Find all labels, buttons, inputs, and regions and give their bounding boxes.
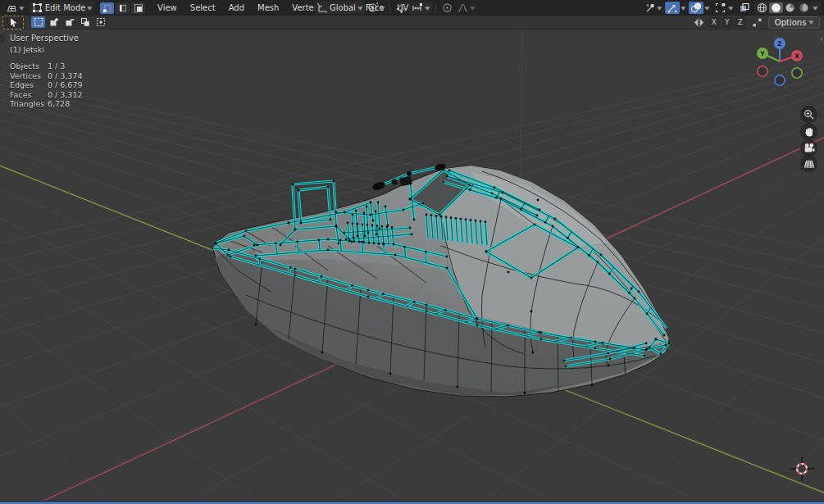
svg-text:X: X <box>794 52 799 60</box>
screwdriver-icon <box>644 2 655 13</box>
editor-type-button[interactable]: ▼ <box>3 2 26 14</box>
proportional-falloff-dropdown[interactable]: ▼ <box>455 2 477 14</box>
proportional-editing-icon <box>442 2 453 13</box>
material-sphere-icon <box>785 2 795 13</box>
pivot-point-dropdown[interactable]: ▼ <box>365 2 387 14</box>
edge-select-icon <box>118 3 128 13</box>
orientation-label: Global <box>330 3 356 12</box>
overlays-icon <box>690 2 702 13</box>
select-new-icon <box>34 17 43 27</box>
xray-toggle[interactable] <box>737 2 751 14</box>
menu-select[interactable]: Select <box>184 3 222 12</box>
zoom-button[interactable] <box>800 106 817 123</box>
show-overlays-toggle[interactable] <box>689 2 703 14</box>
chevron-down-icon[interactable]: ▼ <box>728 6 733 11</box>
transform-orientation-dropdown[interactable]: Global ▼ <box>314 2 365 14</box>
edit-mode-icon <box>32 2 43 13</box>
select-subtract-button[interactable] <box>62 16 76 28</box>
menu-mesh[interactable]: Mesh <box>251 3 285 12</box>
svg-text:Y: Y <box>759 50 765 57</box>
chevron-down-icon: ▼ <box>809 20 814 25</box>
viewport-info-overlay: User Perspective (1) Jetski Objects 1 / … <box>10 33 82 109</box>
toggle-projection-button[interactable] <box>800 155 817 172</box>
select-mode-options <box>30 16 108 28</box>
menu-view[interactable]: View <box>151 3 184 12</box>
camera-view-button[interactable] <box>800 139 817 157</box>
rendered-sphere-icon <box>799 2 809 13</box>
vertex-select-button[interactable] <box>100 2 114 14</box>
mirror-z-toggle[interactable]: Z <box>735 17 746 28</box>
proportional-editing-toggle[interactable] <box>439 2 455 14</box>
chevron-down-icon[interactable]: ▼ <box>704 6 709 11</box>
viewport-options-dropdown[interactable] <box>713 2 727 14</box>
toolbar-tab[interactable] <box>0 34 5 43</box>
viewport-scene <box>0 30 824 502</box>
mode-dropdown-label: Edit Mode <box>45 3 86 12</box>
navigation-gizmo[interactable]: ZXY <box>755 36 806 87</box>
3d-viewport[interactable]: User Perspective (1) Jetski Objects 1 / … <box>0 30 824 502</box>
blender-window: ▼ Edit Mode ▼ <box>0 0 824 504</box>
hand-icon <box>804 126 814 137</box>
pivot-point-icon <box>367 2 378 13</box>
perspective-grid-icon <box>804 158 815 169</box>
cursor-tool-icon <box>9 17 18 27</box>
face-select-icon <box>134 3 143 13</box>
mode-dropdown[interactable]: Edit Mode ▼ <box>30 2 94 14</box>
snap-toggle[interactable] <box>394 2 409 14</box>
shading-solid-button[interactable] <box>769 2 783 13</box>
pan-button[interactable] <box>800 123 817 140</box>
tool-settings-dropdown[interactable]: ▼ <box>642 2 664 14</box>
chevron-down-icon: ▼ <box>470 6 475 11</box>
viewport-header: ▼ Edit Mode ▼ <box>0 0 824 16</box>
chevron-down-icon: ▼ <box>425 6 430 11</box>
auto-merge-icon <box>752 17 763 28</box>
chevron-down-icon[interactable]: ▼ <box>813 6 818 11</box>
xray-icon <box>739 2 750 13</box>
magnet-icon <box>396 2 407 13</box>
chevron-down-icon: ▼ <box>19 6 24 11</box>
header-right-group: ▼ ▼ ▼ ▼ <box>642 2 821 14</box>
tool-settings-bar: X Y Z Options ▼ <box>0 16 824 30</box>
select-subtract-icon <box>65 17 75 27</box>
mesh-select-mode-group <box>99 2 146 14</box>
options-dropdown[interactable]: Options ▼ <box>768 16 820 29</box>
stat-triangles: Triangles 6,728 <box>10 99 82 109</box>
active-tool-button[interactable] <box>2 16 24 30</box>
divider <box>435 3 436 13</box>
editor-3d-viewport-icon <box>6 2 17 13</box>
select-invert-button[interactable] <box>78 16 92 28</box>
tool-right-group: X Y Z Options ▼ <box>693 16 820 29</box>
sidebar-collapse-arrow[interactable]: ‹ <box>820 34 823 43</box>
wireframe-sphere-icon <box>757 2 767 13</box>
select-extend-button[interactable] <box>47 16 61 28</box>
menu-add[interactable]: Add <box>222 3 251 12</box>
view-perspective-label: User Perspective <box>10 33 82 44</box>
orientation-axes-icon <box>316 2 327 13</box>
window-bottom-strip <box>0 501 824 504</box>
mirror-y-toggle[interactable]: Y <box>722 17 733 28</box>
select-extend-icon <box>49 17 59 27</box>
active-object-label: (1) Jetski <box>10 44 82 56</box>
select-intersect-icon <box>96 17 106 27</box>
scene-statistics: Objects 1 / 3 Vertices 0 / 3,374 Edges 0… <box>10 61 82 109</box>
chevron-down-icon: ▼ <box>88 6 93 11</box>
select-set-button[interactable] <box>31 16 45 28</box>
snap-target-dropdown[interactable]: ▼ <box>409 2 432 14</box>
header-center-group: Global ▼ ▼ <box>314 2 476 14</box>
svg-text:Z: Z <box>777 40 782 48</box>
face-select-button[interactable] <box>131 2 145 14</box>
vertex-select-icon <box>102 3 112 13</box>
shading-material-button[interactable] <box>783 2 797 13</box>
mirror-x-toggle[interactable]: X <box>708 17 720 28</box>
chevron-down-icon[interactable]: ▼ <box>681 6 685 11</box>
auto-merge-toggle[interactable] <box>750 16 764 28</box>
shading-wireframe-button[interactable] <box>755 2 769 13</box>
select-invert-icon <box>80 17 90 27</box>
3d-cursor <box>790 456 814 481</box>
edge-select-button[interactable] <box>116 2 130 14</box>
gizmo-arrow-icon <box>667 2 677 13</box>
select-intersect-button[interactable] <box>93 16 107 28</box>
snap-increment-icon <box>412 2 423 13</box>
shading-rendered-button[interactable] <box>797 2 811 13</box>
show-gizmo-toggle[interactable] <box>665 2 680 14</box>
